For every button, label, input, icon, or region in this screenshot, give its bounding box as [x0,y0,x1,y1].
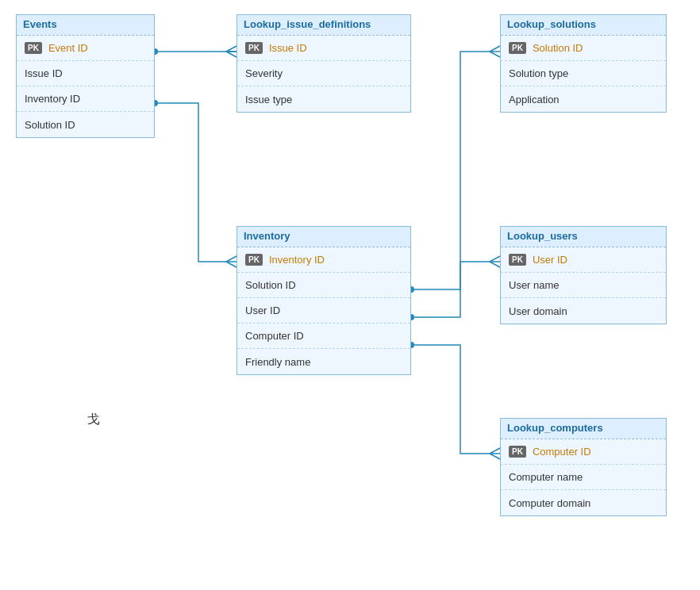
lookup-solutions-title: Lookup_solutions [501,15,666,35]
field-solution-id: Solution ID [533,42,583,54]
field-solution-id: Solution ID [25,119,75,131]
lookup-computers-row-name: Computer name [501,465,666,490]
field-solution-id: Solution ID [245,279,296,291]
lookup-users-row-id: PK User ID [501,247,666,273]
lookup-issue-row-severity: Severity [237,61,410,86]
field-severity: Severity [245,67,283,79]
lookup-computers-body: PK Computer ID Computer name Computer do… [501,439,666,515]
field-issue-id: Issue ID [269,42,307,54]
mouse-cursor: ⼽ [87,412,100,428]
inventory-body: PK Inventory ID Solution ID User ID Comp… [237,247,410,374]
pk-badge: PK [509,446,526,458]
events-row-issueid: Issue ID [17,61,154,86]
events-body: PK Event ID Issue ID Inventory ID Soluti… [17,35,154,137]
field-inventory-id: Inventory ID [25,93,80,105]
inventory-row-id: PK Inventory ID [237,247,410,273]
lookup-users-title: Lookup_users [501,227,666,247]
lookup-issue-table: Lookup_issue_definitions PK Issue ID Sev… [237,14,411,113]
lookup-issue-row-id: PK Issue ID [237,36,410,61]
lookup-users-row-domain: User domain [501,298,666,324]
inventory-title: Inventory [237,227,410,247]
inventory-row-user: User ID [237,298,410,324]
field-user-id: User ID [245,305,280,316]
lookup-solutions-row-type: Solution type [501,61,666,86]
field-friendly-name: Friendly name [245,356,310,368]
inventory-row-computer: Computer ID [237,324,410,349]
field-user-name: User name [509,279,560,291]
svg-line-12 [490,262,500,267]
field-solution-type: Solution type [509,67,568,79]
lookup-solutions-row-app: Application [501,86,666,112]
field-computer-name: Computer name [509,471,583,483]
lookup-users-table: Lookup_users PK User ID User name User d… [500,226,667,324]
inventory-row-solution: Solution ID [237,273,410,298]
events-row-inventoryid: Inventory ID [17,86,154,112]
lookup-solutions-table: Lookup_solutions PK Solution ID Solution… [500,14,667,113]
lookup-users-body: PK User ID User name User domain [501,247,666,324]
lookup-solutions-body: PK Solution ID Solution type Application [501,35,666,112]
svg-line-5 [226,256,237,262]
field-issue-type: Issue type [245,94,292,105]
svg-line-14 [490,448,500,454]
events-row-eventid: PK Event ID [17,36,154,61]
diagram-canvas: Events PK Event ID Issue ID Inventory ID… [0,0,700,590]
lookup-computers-title: Lookup_computers [501,419,666,439]
events-title: Events [17,15,154,35]
field-application: Application [509,94,560,105]
field-inventory-id: Inventory ID [269,254,325,266]
svg-line-8 [490,46,500,52]
pk-badge: PK [509,254,526,266]
pk-badge: PK [25,42,42,54]
field-computer-domain: Computer domain [509,497,590,509]
lookup-issue-body: PK Issue ID Severity Issue type [237,35,410,112]
field-user-id: User ID [533,254,567,266]
pk-badge: PK [245,42,263,54]
events-row-solutionid: Solution ID [17,112,154,137]
svg-line-11 [490,256,500,262]
svg-line-9 [490,52,500,57]
svg-line-1 [226,46,237,52]
pk-badge: PK [245,254,263,266]
field-event-id: Event ID [48,42,88,54]
lookup-solutions-row-id: PK Solution ID [501,36,666,61]
lookup-computers-row-id: PK Computer ID [501,439,666,465]
field-computer-id: Computer ID [533,446,591,458]
inventory-table: Inventory PK Inventory ID Solution ID Us… [237,226,411,375]
field-computer-id: Computer ID [245,330,304,342]
lookup-computers-table: Lookup_computers PK Computer ID Computer… [500,418,667,516]
lookup-users-row-name: User name [501,273,666,298]
field-user-domain: User domain [509,305,567,317]
field-issue-id: Issue ID [25,67,63,79]
inventory-row-friendly: Friendly name [237,349,410,374]
svg-line-2 [226,52,237,57]
lookup-computers-row-domain: Computer domain [501,490,666,515]
lookup-issue-title: Lookup_issue_definitions [237,15,410,35]
svg-line-15 [490,454,500,459]
svg-line-6 [226,262,237,267]
lookup-issue-row-type: Issue type [237,86,410,112]
events-table: Events PK Event ID Issue ID Inventory ID… [16,14,155,138]
pk-badge: PK [509,42,526,54]
